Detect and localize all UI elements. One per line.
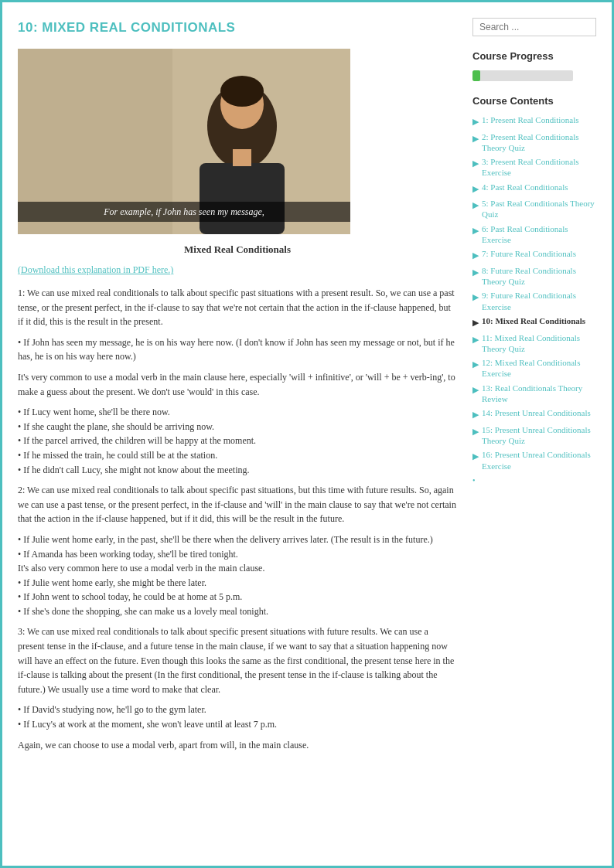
page-wrapper: 10: MIXED REAL CONDITIONALS bbox=[0, 0, 614, 868]
course-item-label-16: 16: Present Unreal Conditionals Exercise bbox=[482, 449, 596, 471]
course-item-14[interactable]: ▶14: Present Unreal Conditionals bbox=[472, 407, 596, 421]
svg-rect-6 bbox=[233, 149, 251, 166]
arrow-icon-11: ▶ bbox=[472, 333, 479, 346]
layout: 10: MIXED REAL CONDITIONALS bbox=[18, 18, 596, 758]
arrow-icon-16: ▶ bbox=[472, 450, 479, 463]
arrow-icon-1: ▶ bbox=[472, 115, 479, 128]
arrow-icon-5: ▶ bbox=[472, 199, 479, 212]
arrow-icon-8: ▶ bbox=[472, 266, 479, 279]
lesson-body: 1: We can use mixed real conditionals to… bbox=[18, 286, 457, 752]
course-item-label-6: 6: Past Real Conditionals Exercise bbox=[482, 223, 596, 246]
main-content: 10: MIXED REAL CONDITIONALS bbox=[18, 18, 457, 758]
course-item-5[interactable]: ▶5: Past Real Conditionals Theory Quiz bbox=[472, 198, 596, 220]
course-item-6[interactable]: ▶6: Past Real Conditionals Exercise bbox=[472, 223, 596, 246]
lesson-para-1: 1: We can use mixed real conditionals to… bbox=[18, 286, 457, 329]
course-item-7[interactable]: ▶7: Future Real Conditionals bbox=[472, 248, 596, 262]
course-item-13[interactable]: ▶13: Real Conditionals Theory Review bbox=[472, 383, 596, 405]
contents-title: Course Contents bbox=[472, 94, 596, 109]
course-item-15[interactable]: ▶15: Present Unreal Conditionals Theory … bbox=[472, 424, 596, 447]
lesson-para-6: • If Julie went home early, in the past,… bbox=[18, 533, 457, 619]
trailing-dot: • bbox=[472, 475, 596, 486]
course-item-2[interactable]: ▶2: Present Real Conditionals Theory Qui… bbox=[472, 131, 596, 154]
course-item-label-3: 3: Present Real Conditionals Exercise bbox=[482, 156, 596, 179]
course-item-9[interactable]: ▶9: Future Real Conditionals Exercise bbox=[472, 290, 596, 312]
course-item-1[interactable]: ▶1: Present Real Conditionals bbox=[472, 114, 596, 128]
arrow-icon-3: ▶ bbox=[472, 157, 479, 170]
progress-title: Course Progress bbox=[472, 49, 596, 64]
download-link[interactable]: (Download this explanation in PDF here.) bbox=[18, 263, 457, 277]
lesson-para-7: 3: We can use mixed real conditionals to… bbox=[18, 625, 457, 696]
arrow-icon-9: ▶ bbox=[472, 291, 479, 304]
arrow-icon-6: ▶ bbox=[472, 224, 479, 237]
arrow-icon-15: ▶ bbox=[472, 425, 479, 438]
lesson-para-3: It's very common to use a modal verb in … bbox=[18, 370, 457, 399]
progress-section: Course Progress bbox=[472, 49, 596, 81]
video-title: Mixed Real Conditionals bbox=[18, 242, 457, 257]
progress-bar-background bbox=[472, 70, 573, 81]
arrow-icon-12: ▶ bbox=[472, 358, 479, 371]
course-item-label-10: 10: Mixed Real Conditionals bbox=[482, 315, 585, 326]
arrow-icon-13: ▶ bbox=[472, 383, 479, 397]
course-item-10[interactable]: ▶10: Mixed Real Conditionals bbox=[472, 315, 596, 329]
course-item-12[interactable]: ▶12: Mixed Real Conditionals Exercise bbox=[472, 357, 596, 380]
course-item-label-11: 11: Mixed Real Conditionals Theory Quiz bbox=[482, 332, 596, 355]
arrow-icon-14: ▶ bbox=[472, 408, 479, 421]
course-item-label-4: 4: Past Real Conditionals bbox=[482, 182, 568, 192]
lesson-para-8: • If David's studying now, he'll go to t… bbox=[18, 703, 457, 731]
course-item-label-15: 15: Present Unreal Conditionals Theory Q… bbox=[482, 424, 596, 447]
course-item-label-9: 9: Future Real Conditionals Exercise bbox=[482, 290, 596, 312]
video-thumbnail: For example, if John has seen my message… bbox=[18, 49, 350, 234]
course-item-4[interactable]: ▶4: Past Real Conditionals bbox=[472, 182, 596, 196]
progress-bar-fill bbox=[472, 70, 480, 81]
lesson-para-2: • If John has seen my message, he is on … bbox=[18, 335, 457, 364]
course-item-label-7: 7: Future Real Conditionals bbox=[482, 248, 576, 259]
search-input[interactable] bbox=[472, 18, 596, 36]
arrow-icon-4: ▶ bbox=[472, 182, 479, 196]
course-item-label-14: 14: Present Unreal Conditionals bbox=[482, 407, 591, 418]
lesson-para-5: 2: We can use mixed real conditionals to… bbox=[18, 483, 457, 526]
course-item-8[interactable]: ▶8: Future Real Conditionals Theory Quiz bbox=[472, 265, 596, 288]
course-item-label-1: 1: Present Real Conditionals bbox=[482, 114, 579, 125]
page-title: 10: MIXED REAL CONDITIONALS bbox=[18, 18, 457, 38]
arrow-icon-2: ▶ bbox=[472, 132, 479, 145]
video-caption: For example, if John has seen my message… bbox=[18, 202, 350, 222]
lesson-para-9: Again, we can choose to use a modal verb… bbox=[18, 738, 457, 753]
course-item-label-8: 8: Future Real Conditionals Theory Quiz bbox=[482, 265, 596, 288]
course-item-label-12: 12: Mixed Real Conditionals Exercise bbox=[482, 357, 596, 380]
course-item-label-2: 2: Present Real Conditionals Theory Quiz bbox=[482, 131, 596, 154]
course-item-16[interactable]: ▶16: Present Unreal Conditionals Exercis… bbox=[472, 449, 596, 471]
lesson-para-4: • If Lucy went home, she'll be there now… bbox=[18, 405, 457, 477]
arrow-icon-7: ▶ bbox=[472, 249, 479, 262]
video-player[interactable]: For example, if John has seen my message… bbox=[18, 49, 350, 234]
course-items-list: ▶1: Present Real Conditionals▶2: Present… bbox=[472, 114, 596, 486]
course-item-label-5: 5: Past Real Conditionals Theory Quiz bbox=[482, 198, 596, 220]
sidebar: Course Progress Course Contents ▶1: Pres… bbox=[472, 18, 596, 758]
arrow-icon-10: ▶ bbox=[472, 316, 479, 329]
course-item-label-13: 13: Real Conditionals Theory Review bbox=[482, 383, 596, 405]
svg-point-4 bbox=[220, 76, 264, 107]
course-item-3[interactable]: ▶3: Present Real Conditionals Exercise bbox=[472, 156, 596, 179]
course-item-11[interactable]: ▶11: Mixed Real Conditionals Theory Quiz bbox=[472, 332, 596, 355]
